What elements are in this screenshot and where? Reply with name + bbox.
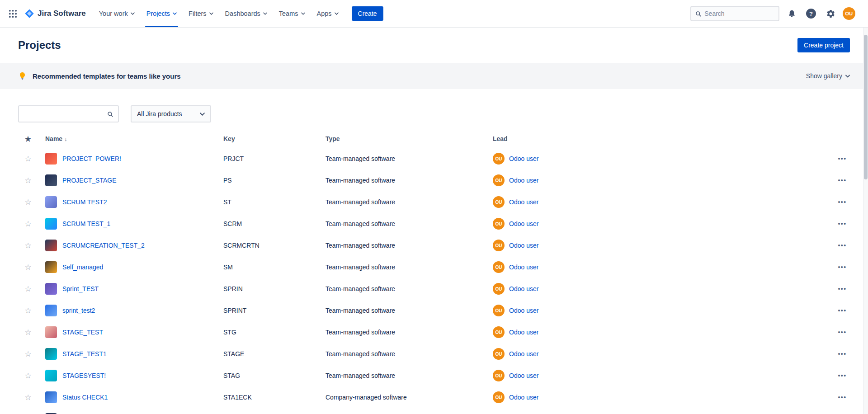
create-button[interactable]: Create [352,6,383,21]
products-filter-select[interactable]: All Jira products [131,105,211,122]
lead-name-link[interactable]: Odoo user [509,329,538,336]
column-header-name[interactable]: Name↓ [38,135,223,142]
star-project-button[interactable]: ☆ [24,263,31,272]
chevron-down-icon [335,12,339,15]
row-more-actions-button[interactable]: ••• [835,195,850,209]
primary-nav: Your work Projects Filters Dashboards Te… [93,0,344,27]
show-gallery-button[interactable]: Show gallery [806,72,850,80]
row-more-actions-button[interactable]: ••• [835,217,850,231]
row-more-actions-button[interactable]: ••• [835,174,850,187]
lead-name-link[interactable]: Odoo user [509,285,538,292]
scrollbar-thumb[interactable] [864,35,868,179]
notifications-button[interactable] [784,6,799,21]
lead-name-link[interactable]: Odoo user [509,307,538,314]
nav-item-filters[interactable]: Filters [183,0,219,27]
project-name-link[interactable]: Status CHECK1 [62,394,108,401]
product-name: Jira Software [38,9,86,18]
star-project-button[interactable]: ☆ [24,241,31,250]
star-project-button[interactable]: ☆ [24,176,31,185]
project-name-link[interactable]: PROJECT_STAGE [62,177,117,184]
star-project-button[interactable]: ☆ [24,219,31,229]
lead-avatar: OU [493,218,505,230]
project-name-link[interactable]: SCRUM TEST2 [62,198,107,206]
jira-logo[interactable]: Jira Software [22,9,91,19]
chevron-down-icon [131,12,135,15]
project-key: STG [223,329,326,336]
table-row: ☆ Sprint_TEST SPRIN Team-managed softwar… [0,278,868,300]
project-key: SPRINT [223,307,326,314]
table-row: ☆ SCRUM TEST2 ST Team-managed software O… [0,191,868,213]
table-row: ☆ Self_managed SM Team-managed software … [0,256,868,278]
project-name-link[interactable]: STAGESYEST! [62,372,106,379]
global-search-input[interactable] [704,10,774,17]
project-key: SCRMCRTN [223,242,326,249]
star-project-button[interactable]: ☆ [24,371,31,381]
nav-item-dashboards[interactable]: Dashboards [219,0,273,27]
column-header-key[interactable]: Key [223,135,326,142]
project-key: SCRM [223,220,326,227]
row-more-actions-button[interactable]: ••• [835,304,850,317]
user-avatar[interactable]: OU [843,7,855,20]
project-avatar [45,174,57,186]
project-type: Team-managed software [326,329,493,336]
project-name-link[interactable]: STAGE_TEST [62,329,103,336]
project-avatar [45,348,57,360]
project-name-link[interactable]: Self_managed [62,263,103,271]
nav-item-teams[interactable]: Teams [273,0,311,27]
projects-search[interactable] [18,105,119,122]
project-type: Team-managed software [326,372,493,379]
table-row: ☆ STAGESYEST! STAG Team-managed software… [0,365,868,386]
lead-avatar: OU [493,240,505,251]
star-project-button[interactable]: ☆ [24,328,31,337]
chevron-down-icon [200,113,205,116]
lead-name-link[interactable]: Odoo user [509,242,538,249]
star-project-button[interactable]: ☆ [24,349,31,359]
projects-search-input[interactable] [24,110,104,118]
row-more-actions-button[interactable]: ••• [835,260,850,274]
lead-name-link[interactable]: Odoo user [509,394,538,401]
project-type: Team-managed software [326,285,493,292]
lead-name-link[interactable]: Odoo user [509,155,538,162]
global-search[interactable] [690,6,779,21]
row-more-actions-button[interactable]: ••• [835,152,850,165]
star-project-button[interactable]: ☆ [24,306,31,315]
row-more-actions-button[interactable]: ••• [835,239,850,252]
table-row: ☆ PROJECT_STAGE PS Team-managed software… [0,169,868,191]
lead-name-link[interactable]: Odoo user [509,220,538,227]
lead-name-link[interactable]: Odoo user [509,372,538,379]
row-more-actions-button[interactable]: ••• [835,282,850,296]
nav-item-your-work[interactable]: Your work [93,0,141,27]
star-project-button[interactable]: ☆ [24,198,31,207]
help-button[interactable]: ? [804,6,818,21]
row-more-actions-button[interactable]: ••• [835,369,850,382]
create-project-button[interactable]: Create project [797,38,850,52]
lead-name-link[interactable]: Odoo user [509,350,538,358]
row-more-actions-button[interactable]: ••• [835,325,850,339]
table-row: ☆ SCRUMCREATION_TEST_2 SCRMCRTN Team-man… [0,235,868,256]
star-project-button[interactable]: ☆ [24,284,31,294]
project-name-link[interactable]: sprint_test2 [62,307,95,314]
column-header-type[interactable]: Type [326,135,493,142]
lead-avatar: OU [493,370,505,381]
column-header-lead[interactable]: Lead [493,135,823,142]
nav-item-apps[interactable]: Apps [311,0,344,27]
project-name-link[interactable]: SCRUMCREATION_TEST_2 [62,242,145,249]
project-name-link[interactable]: Sprint_TEST [62,285,99,292]
star-project-button[interactable]: ☆ [24,154,31,164]
project-type: Team-managed software [326,307,493,314]
row-more-actions-button[interactable]: ••• [835,390,850,404]
lead-name-link[interactable]: Odoo user [509,198,538,206]
app-switcher-button[interactable] [5,6,20,21]
project-name-link[interactable]: STAGE_TEST1 [62,350,107,358]
settings-button[interactable] [823,6,838,21]
nav-item-projects[interactable]: Projects [141,0,183,27]
star-project-button[interactable]: ☆ [24,393,31,402]
lead-name-link[interactable]: Odoo user [509,177,538,184]
row-more-actions-button[interactable]: ••• [835,347,850,361]
lead-name-link[interactable]: Odoo user [509,263,538,271]
project-key: PRJCT [223,155,326,162]
help-icon: ? [806,9,816,19]
project-name-link[interactable]: PROJECT_POWER! [62,155,121,162]
project-avatar [45,326,57,338]
project-name-link[interactable]: SCRUM TEST_1 [62,220,110,227]
